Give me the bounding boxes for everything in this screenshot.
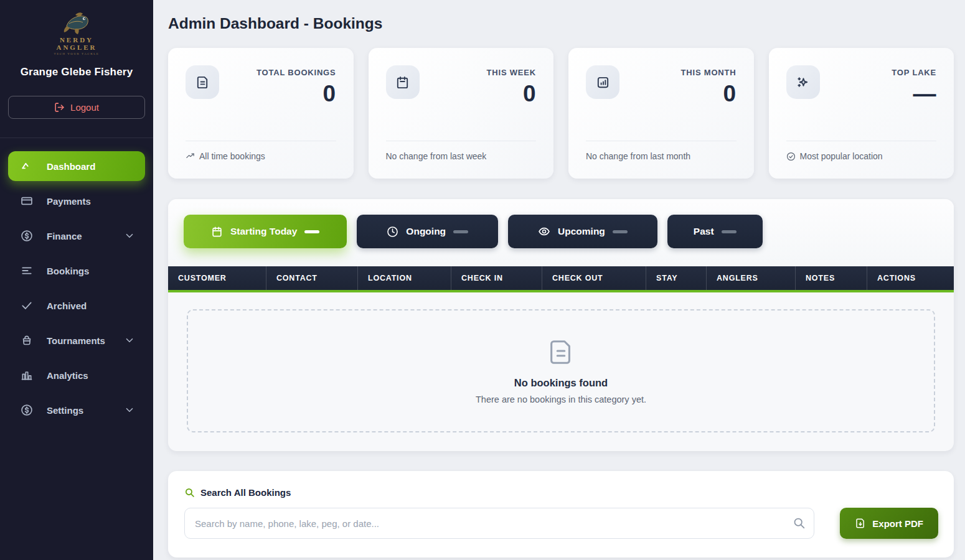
col-contact: CONTACT [266, 266, 358, 290]
sidebar-item-label: Bookings [47, 266, 89, 276]
logout-label: Logout [70, 102, 99, 113]
brand: NERDY ANGLER TECH YOUR TACKLE Grange Gle… [0, 0, 153, 78]
tab-count-dash [304, 230, 319, 233]
col-check-out: CHECK OUT [542, 266, 646, 290]
tab-label: Upcoming [558, 226, 605, 237]
bookings-panel: Starting Today Ongoing Upcoming Past [168, 199, 954, 451]
file-down-icon [855, 518, 866, 529]
check-icon [21, 299, 33, 312]
logo-text-line2: ANGLER [54, 44, 100, 51]
sparkles-icon [786, 65, 820, 99]
stat-footer: No change from last month [586, 151, 690, 161]
logo-text-line1: NERDY [54, 36, 100, 44]
logout-button[interactable]: Logout [8, 96, 145, 119]
stat-label: TOP LAKE [892, 68, 936, 77]
stat-value: 0 [681, 81, 737, 107]
stat-footer: All time bookings [199, 151, 265, 161]
tab-count-dash [613, 230, 628, 233]
page-title: Admin Dashboard - Bookings [168, 15, 954, 32]
sidebar-item-label: Finance [47, 231, 82, 241]
dollar-circle-icon [21, 230, 33, 242]
peak-icon [21, 160, 33, 172]
search-panel: Search All Bookings Export PDF [168, 471, 954, 558]
clock-icon [387, 226, 398, 238]
sidebar-item-label: Tournaments [47, 335, 105, 346]
export-pdf-button[interactable]: Export PDF [840, 508, 938, 539]
col-customer: CUSTOMER [168, 266, 266, 290]
sidebar-item-payments[interactable]: Payments [8, 186, 145, 216]
tab-label: Ongoing [406, 226, 446, 237]
stat-card-this-month: THIS MONTH 0 No change from last month [568, 48, 754, 179]
export-pdf-label: Export PDF [872, 518, 923, 529]
main-content: Admin Dashboard - Bookings TOTAL BOOKING… [153, 0, 965, 560]
chevron-down-icon [124, 404, 135, 416]
empty-state: No bookings found There are no bookings … [187, 309, 935, 432]
stat-card-total-bookings: TOTAL BOOKINGS 0 All time bookings [168, 48, 354, 179]
chart-square-icon [586, 65, 619, 99]
col-actions: ACTIONS [867, 266, 954, 290]
circle-check-icon [786, 152, 796, 161]
tab-ongoing[interactable]: Ongoing [357, 215, 498, 248]
sidebar-nav: Dashboard Payments Finance Bookings [0, 138, 153, 438]
tab-label: Starting Today [230, 226, 297, 237]
stat-cards: TOTAL BOOKINGS 0 All time bookings THIS … [168, 48, 954, 179]
sidebar: NERDY ANGLER TECH YOUR TACKLE Grange Gle… [0, 0, 153, 560]
sidebar-item-label: Archived [47, 301, 87, 311]
sidebar-item-finance[interactable]: Finance [8, 221, 145, 251]
stat-footer: No change from last week [386, 151, 487, 161]
calendar-minus-icon [386, 65, 420, 99]
sidebar-item-analytics[interactable]: Analytics [8, 360, 145, 390]
tab-count-dash [722, 230, 737, 233]
sidebar-item-label: Payments [47, 196, 91, 207]
calendar-icon [211, 226, 223, 238]
chevron-down-icon [124, 335, 135, 346]
col-stay: STAY [646, 266, 707, 290]
stat-card-top-lake: TOP LAKE — Most popular location [769, 48, 954, 179]
stat-footer: Most popular location [800, 151, 883, 161]
bar-chart-icon [21, 369, 33, 381]
col-location: LOCATION [358, 266, 451, 290]
table-header: CUSTOMER CONTACT LOCATION CHECK IN CHECK… [168, 266, 954, 292]
sidebar-item-settings[interactable]: Settings [8, 395, 145, 425]
tab-starting-today[interactable]: Starting Today [184, 215, 347, 248]
sidebar-item-label: Dashboard [47, 161, 95, 172]
eye-icon [538, 225, 550, 238]
logo-tagline: TECH YOUR TACKLE [54, 52, 100, 55]
credit-card-icon [21, 195, 33, 207]
search-icon [184, 487, 195, 498]
col-check-in: CHECK IN [451, 266, 542, 290]
empty-state-message: There are no bookings in this category y… [476, 394, 646, 404]
sidebar-item-archived[interactable]: Archived [8, 291, 145, 320]
table-body: No bookings found There are no bookings … [168, 292, 954, 451]
sidebar-item-tournaments[interactable]: Tournaments [8, 325, 145, 355]
sidebar-item-label: Settings [47, 405, 83, 416]
stat-label: THIS WEEK [487, 68, 536, 77]
fish-logo-icon [60, 10, 93, 36]
log-out-icon [54, 102, 65, 113]
tab-count-dash [453, 230, 468, 233]
fishery-name: Grange Glebe Fishery [6, 66, 147, 78]
search-input[interactable] [184, 508, 814, 539]
stat-value: 0 [257, 81, 336, 107]
search-icon [793, 516, 806, 530]
sidebar-item-bookings[interactable]: Bookings [8, 256, 145, 286]
trophy-bag-icon [21, 334, 33, 347]
list-lines-icon [21, 264, 33, 277]
col-notes: NOTES [796, 266, 867, 290]
trending-up-icon [186, 152, 195, 161]
chevron-down-icon [124, 230, 135, 241]
file-text-icon [186, 65, 219, 99]
tab-past[interactable]: Past [667, 215, 763, 248]
stat-value: 0 [487, 81, 536, 107]
tab-upcoming[interactable]: Upcoming [508, 215, 657, 248]
file-text-icon [547, 338, 575, 366]
sidebar-item-label: Analytics [47, 370, 88, 381]
stat-label: TOTAL BOOKINGS [257, 68, 336, 77]
tab-label: Past [694, 226, 714, 237]
stat-label: THIS MONTH [681, 68, 737, 77]
empty-state-title: No bookings found [514, 377, 608, 389]
filter-tabs: Starting Today Ongoing Upcoming Past [168, 199, 954, 266]
sidebar-item-dashboard[interactable]: Dashboard [8, 151, 145, 181]
stat-value: — [892, 81, 936, 107]
dollar-circle-icon [21, 404, 33, 416]
